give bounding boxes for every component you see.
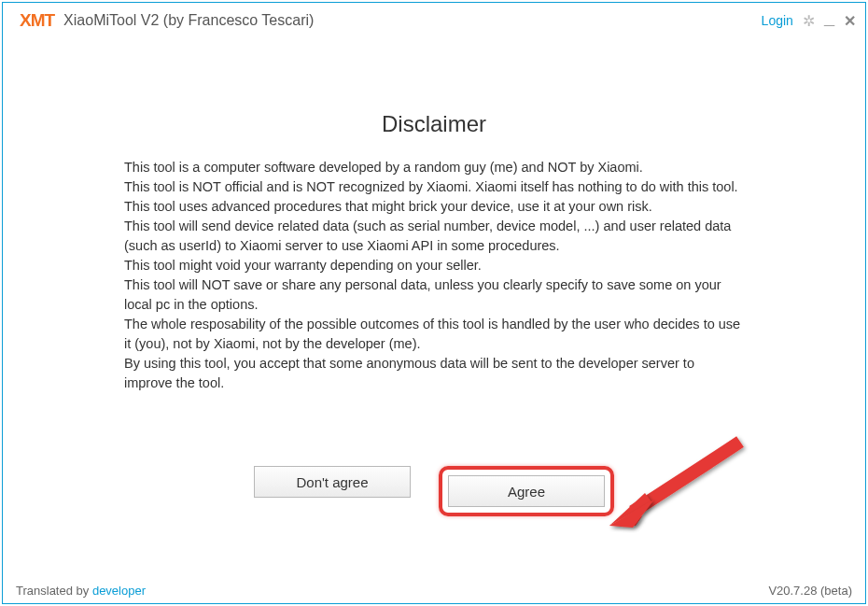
disclaimer-text: This tool is a computer software develop…: [124, 158, 744, 393]
disclaimer-line: By using this tool, you accept that some…: [124, 354, 744, 393]
minimize-button[interactable]: _: [824, 12, 834, 29]
translated-by: Translated by developer: [16, 584, 146, 598]
disclaimer-line: This tool uses advanced procedures that …: [124, 197, 744, 217]
app-window: XMT XiaoMiTool V2 (by Francesco Tescari)…: [2, 2, 866, 604]
version-label: V20.7.28 (beta): [768, 584, 852, 598]
translated-label: Translated by: [16, 584, 92, 598]
disclaimer-line: This tool might void your warranty depen…: [124, 256, 744, 275]
highlight-annotation: Agree: [439, 466, 614, 516]
developer-link[interactable]: developer: [92, 584, 146, 598]
disclaimer-heading: Disclaimer: [124, 111, 744, 137]
agree-button[interactable]: Agree: [448, 475, 605, 507]
dont-agree-button[interactable]: Don't agree: [254, 466, 411, 498]
footer: Translated by developer V20.7.28 (beta): [3, 577, 865, 603]
titlebar: XMT XiaoMiTool V2 (by Francesco Tescari)…: [3, 3, 865, 38]
disclaimer-line: The whole resposability of the possible …: [124, 315, 744, 354]
gear-icon[interactable]: ✲: [803, 12, 815, 30]
app-title: XiaoMiTool V2 (by Francesco Tescari): [63, 12, 762, 29]
content-area: Disclaimer This tool is a computer softw…: [3, 38, 865, 577]
button-row: Don't agree Agree: [124, 466, 744, 516]
titlebar-controls: Login ✲ _ ✕: [762, 12, 856, 30]
disclaimer-line: This tool is NOT official and is NOT rec…: [124, 177, 744, 197]
close-button[interactable]: ✕: [844, 12, 856, 30]
app-logo: XMT: [20, 10, 54, 31]
disclaimer-line: This tool is a computer software develop…: [124, 158, 744, 177]
login-link[interactable]: Login: [762, 13, 793, 28]
disclaimer-line: This tool will NOT save or share any per…: [124, 275, 744, 315]
disclaimer-line: This tool will send device related data …: [124, 217, 744, 256]
